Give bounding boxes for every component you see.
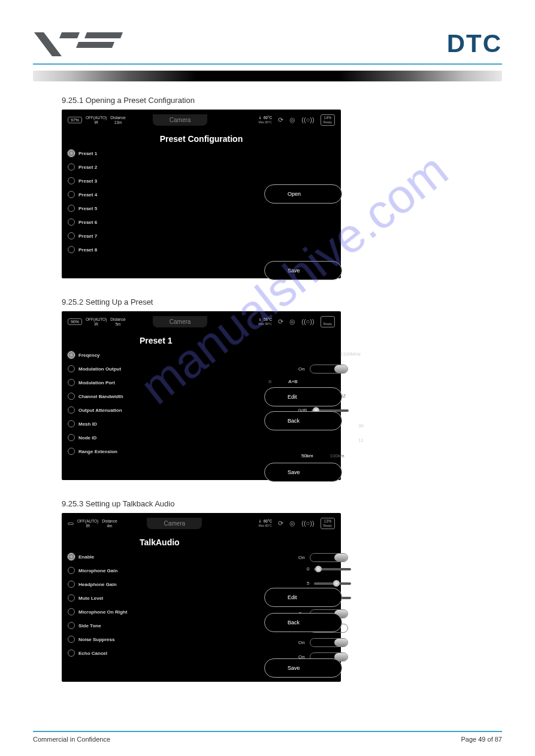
radio-icon (68, 636, 75, 643)
menu-item[interactable]: Preset 2 (68, 163, 161, 171)
footer-right: Page 49 of 87 (461, 736, 502, 743)
menu-item[interactable]: Channel Bandwidth (68, 393, 161, 400)
slider[interactable] (314, 568, 351, 570)
location-icon[interactable]: ◎ (289, 520, 295, 527)
camera-tab[interactable]: Camera (153, 316, 208, 327)
menu-item[interactable]: Preset 7 (68, 232, 161, 239)
menu-label: Preset 5 (78, 206, 97, 211)
temp-status: 🌡 60°CMax 60°C (258, 519, 272, 528)
radio-icon (68, 351, 75, 359)
menu-label: Range Extension (78, 449, 117, 454)
menu-item[interactable]: Headphone Gain (68, 581, 161, 588)
menu-item[interactable]: Preset 6 (68, 218, 161, 226)
menu-item[interactable]: Noise Suppress (68, 636, 161, 643)
menu-item[interactable]: Preset 4 (68, 191, 161, 198)
menu-label: Preset 3 (78, 178, 97, 184)
menu-item[interactable]: Side Tone (68, 622, 161, 629)
values-column: On050OnOffOnOnEditBackSave (161, 553, 335, 663)
option[interactable]: B (268, 379, 271, 384)
ir-status: OFF(AUTO)IR (77, 519, 98, 527)
menu-item[interactable]: Modulation Port (68, 379, 161, 386)
menu-item[interactable]: Microphone Gain (68, 567, 161, 574)
location-icon[interactable]: ◎ (289, 116, 295, 124)
radio-icon (68, 163, 75, 171)
menu-label: Microphone Gain (78, 568, 117, 573)
signal-icon[interactable]: ((○)) (301, 318, 314, 325)
menu-item[interactable]: Modulation Output (68, 365, 161, 372)
toggle[interactable] (310, 365, 348, 374)
radio-icon (68, 232, 75, 239)
menu-label: Headphone Gain (78, 582, 117, 587)
radio-icon (68, 246, 75, 253)
edit-button[interactable]: Edit (264, 387, 342, 406)
option[interactable]: 50km (301, 453, 313, 459)
radio-icon (68, 365, 75, 372)
menu-item[interactable]: Range Extension (68, 448, 161, 455)
menu-item[interactable]: Preset 8 (68, 246, 161, 253)
ready-badge: 14%Ready (321, 114, 335, 126)
slider[interactable] (314, 582, 351, 585)
sync-icon[interactable]: ⟳ (278, 318, 283, 326)
menu-label: Node ID (78, 435, 96, 441)
radio-icon (68, 379, 75, 386)
distance-status: Distance5m (110, 317, 125, 326)
menu-label: Preset 2 (78, 165, 97, 170)
camera-tab[interactable]: Camera (147, 518, 202, 529)
option[interactable]: 100km (330, 453, 344, 459)
toggle[interactable] (310, 553, 348, 562)
menu-label: Noise Suppress (78, 637, 114, 642)
menu-label: Enable (78, 554, 94, 560)
location-icon[interactable]: ◎ (289, 318, 295, 326)
ready-badge: 13%Ready (321, 518, 335, 529)
menu-item[interactable]: Enable (68, 553, 161, 560)
menu-item[interactable]: Node ID (68, 434, 161, 441)
radio-icon (68, 594, 75, 602)
menu-item[interactable]: Mute Level (68, 594, 161, 602)
toggle[interactable] (310, 638, 348, 647)
temp-status: 🌡 58°CMax 58°C (258, 317, 272, 326)
dtc-logo: DTC (447, 29, 502, 58)
menu-item[interactable]: Preset 1 (68, 150, 161, 157)
distance-status: Distance13m (110, 116, 125, 124)
save-button[interactable]: Save (264, 658, 342, 678)
menu-item[interactable]: Microphone On Right (68, 608, 161, 615)
radio-icon (68, 567, 75, 574)
battery-badge: 97% (68, 117, 82, 123)
radio-icon (68, 393, 75, 400)
status-bar: 97% OFF(AUTO)IR Distance13m Camera 🌡 60°… (62, 110, 341, 126)
screen-title: TalkAudio (140, 538, 341, 547)
page-footer: Commercial in Confidence Page 49 of 87 (0, 732, 535, 756)
menu-item[interactable]: Echo Cancel (68, 649, 161, 657)
menu-label: Freqency (78, 353, 100, 358)
values-column: OpenSave (161, 150, 335, 260)
back-button[interactable]: Back (264, 411, 342, 430)
option[interactable]: A+B (288, 379, 297, 384)
save-button[interactable]: Save (264, 463, 342, 482)
menu-item[interactable]: Freqency (68, 351, 161, 359)
menu-item[interactable]: Preset 3 (68, 177, 161, 184)
radio-icon (68, 448, 75, 455)
menu-label: Preset 4 (78, 192, 97, 198)
save-button[interactable]: Save (264, 261, 342, 280)
signal-icon[interactable]: ((○)) (301, 116, 314, 123)
signal-icon[interactable]: ((○)) (301, 520, 314, 527)
open-button[interactable]: Open (264, 184, 342, 204)
temp-status: 🌡 60°CMax 60°C (258, 116, 272, 125)
back-button[interactable]: Back (264, 613, 342, 632)
ir-status: OFF(AUTO)IR (86, 116, 107, 124)
menu-item[interactable]: Output Attenuation (68, 406, 161, 414)
ready-badge: Ready (321, 316, 335, 327)
screenshot-2: 96% OFF(AUTO)IR Distance5m Camera 🌡 58°C… (62, 311, 341, 480)
edit-button[interactable]: Edit (264, 588, 342, 607)
status-bar: 96% OFF(AUTO)IR Distance5m Camera 🌡 58°C… (62, 311, 341, 327)
ve-logo (33, 29, 129, 59)
menu-label: Mesh ID (78, 421, 97, 427)
menu-item[interactable]: Mesh ID (68, 420, 161, 427)
menu-label: Modulation Port (78, 380, 115, 385)
radio-icon (68, 608, 75, 615)
section-title: 9.25.1 Opening a Preset Configuration (62, 96, 502, 105)
sync-icon[interactable]: ⟳ (278, 520, 283, 527)
menu-item[interactable]: Preset 5 (68, 205, 161, 212)
camera-tab[interactable]: Camera (153, 114, 208, 126)
sync-icon[interactable]: ⟳ (278, 116, 283, 124)
